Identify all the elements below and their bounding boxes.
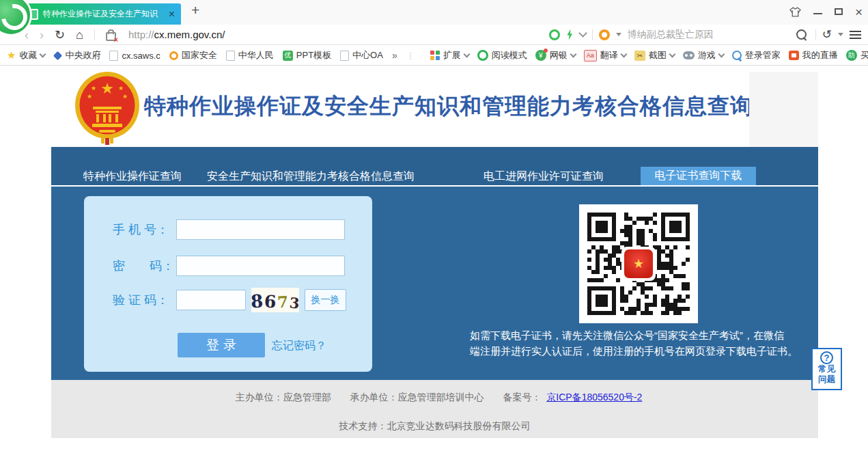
close-icon[interactable]: × xyxy=(855,5,863,18)
tool-label: 买单助手 xyxy=(860,49,868,62)
password-input[interactable] xyxy=(176,256,345,276)
extensions-icon xyxy=(430,51,440,60)
svg-text:★: ★ xyxy=(118,85,124,92)
insecure-lock-icon[interactable] xyxy=(106,32,116,41)
svg-text:★: ★ xyxy=(91,85,96,92)
skin-theme-icon[interactable] xyxy=(789,7,801,17)
bookmark-center-oa[interactable]: 中心OA xyxy=(340,49,383,62)
svg-text:★: ★ xyxy=(122,93,128,100)
star-icon: ★ xyxy=(7,49,16,62)
tool-pay-assistant[interactable]: 助 买单助手 xyxy=(846,49,868,62)
svg-text:★: ★ xyxy=(87,93,92,100)
tool-label: 我的直播 xyxy=(802,49,838,62)
ad-filter-icon[interactable] xyxy=(549,29,560,40)
forgot-password-link[interactable]: 忘记密码？ xyxy=(272,339,326,353)
refresh-captcha-button[interactable]: 换一换 xyxy=(305,289,346,311)
nav-buttons: ‹ › ↻ ⌂ http://cx.mem.gov.cn/ xyxy=(0,29,225,41)
minimize-icon[interactable] xyxy=(813,9,822,14)
maximize-icon[interactable] xyxy=(835,8,843,15)
search-engine-logo-icon[interactable] xyxy=(599,29,610,40)
phone-input[interactable] xyxy=(176,219,345,240)
tool-label: 游戏 xyxy=(698,49,716,62)
search-suggestion[interactable]: 博纳副总裁坠亡原因 xyxy=(628,29,790,41)
main-nav: 特种作业操作证查询 安全生产知识和管理能力考核合格信息查询 电工进网作业许可证查… xyxy=(51,147,818,187)
nav-tab-ecert-download[interactable]: 电子证书查询下载 xyxy=(641,167,756,185)
url-field[interactable]: http://cx.mem.gov.cn/ xyxy=(128,29,225,40)
captcha-image[interactable]: 8 6 7 3 xyxy=(251,288,299,312)
site-header: ★ ★ ★ ★ ★ 特种作业操作证及安全生产知识和管理能力考核合格信息查询平台 xyxy=(0,66,868,147)
qr-center-logo: ★ xyxy=(621,247,656,281)
tool-netbank[interactable]: ¥ 网银 xyxy=(535,49,576,62)
footer-support: 技术支持：北京竞业达数码科技股份有限公司 xyxy=(51,420,818,433)
tool-games[interactable]: 游戏 xyxy=(683,49,724,62)
tool-reading-mode[interactable]: 阅读模式 xyxy=(477,49,527,62)
search-engine-caret-icon[interactable] xyxy=(616,33,621,36)
tab-title: 特种作业操作证及安全生产知识 xyxy=(43,8,165,20)
captcha-input[interactable] xyxy=(176,290,246,310)
captcha-digit: 7 xyxy=(277,294,289,310)
drag-dots-icon: ⋮ xyxy=(406,51,415,61)
tool-label: 网银 xyxy=(550,49,568,62)
page-title: 特种作业操作证及安全生产知识和管理能力考核合格信息查询平台 xyxy=(144,66,798,147)
faq-button[interactable]: ? 常见 问题 xyxy=(811,348,842,390)
main-section: 手 机 号： 密 码： 验 证 码： 8 6 7 3 换一换 xyxy=(51,187,818,380)
search-icon[interactable] xyxy=(796,29,807,40)
refresh-icon[interactable]: ↻ xyxy=(55,29,65,41)
bookmark-ppt-template[interactable]: 优 PPT模板 xyxy=(283,49,331,62)
screenshot-icon: ✂ xyxy=(634,51,645,61)
divider xyxy=(815,29,816,40)
menu-icon[interactable] xyxy=(850,31,861,32)
page-icon xyxy=(226,51,235,61)
reopen-caret-icon[interactable] xyxy=(838,33,843,36)
back-icon[interactable]: ‹ xyxy=(25,29,29,41)
tool-label: 翻译 xyxy=(600,49,618,62)
reopen-closed-tab-icon[interactable]: ↺ xyxy=(822,27,832,42)
bookmark-label: 收藏 xyxy=(19,49,37,62)
bookmarks-overflow-icon[interactable]: » xyxy=(392,50,397,61)
tool-label: 阅读模式 xyxy=(492,49,527,62)
page-icon xyxy=(340,51,349,61)
browser-tab[interactable]: 特种作业操作证及安全生产知识 × xyxy=(23,3,181,25)
bank-shield-icon: ¥ xyxy=(535,50,546,61)
tool-screenshot[interactable]: ✂ 截图 xyxy=(634,49,675,62)
question-circle-icon: ? xyxy=(820,351,833,364)
nav-tab-safety-knowledge[interactable]: 安全生产知识和管理能力考核合格信息查询 xyxy=(207,169,415,183)
tab-close-icon[interactable]: × xyxy=(169,9,175,20)
tool-my-live[interactable]: 我的直播 xyxy=(789,49,838,62)
tool-extensions[interactable]: 扩展 xyxy=(430,49,469,62)
live-tv-icon xyxy=(789,51,799,60)
bookmark-central-gov[interactable]: 中央政府 xyxy=(54,49,100,62)
tool-label: 登录管家 xyxy=(745,49,781,62)
captcha-digit: 8 xyxy=(250,292,264,310)
nav-tab-electrician-permit[interactable]: 电工进网作业许可证查询 xyxy=(484,169,604,183)
bookmark-national-safety[interactable]: 国家安全 xyxy=(169,49,217,62)
wechat-qr-code: ★ xyxy=(579,204,698,323)
tool-login-manager[interactable]: 登录管家 xyxy=(732,49,781,62)
login-button[interactable]: 登录 xyxy=(178,333,265,357)
tool-translate[interactable]: Aa 翻译 xyxy=(584,49,626,62)
footer-organizer: 承办单位：应急管理部培训中心 xyxy=(350,392,484,403)
page-doc-icon xyxy=(29,9,38,20)
speed-mode-icon[interactable] xyxy=(566,29,574,40)
chevron-down-icon[interactable] xyxy=(578,29,587,38)
icp-license-link[interactable]: 京ICP备18056520号-2 xyxy=(546,392,642,403)
chevron-down-icon xyxy=(620,51,627,57)
tool-label: 截图 xyxy=(649,49,667,62)
forward-icon[interactable]: › xyxy=(40,29,44,41)
bookmark-label: cx.saws.c xyxy=(122,51,160,61)
bookmark-prc[interactable]: 中华人民 xyxy=(226,49,274,62)
captcha-digit: 3 xyxy=(290,295,300,310)
login-manager-icon xyxy=(732,51,742,60)
home-icon[interactable]: ⌂ xyxy=(76,29,83,41)
bookmark-favorites[interactable]: ★ 收藏 xyxy=(7,49,45,62)
download-instructions: 如需下载电子证书，请先关注微信公众号“国家安全生产考试”，在微信 端注册并进行实… xyxy=(470,327,863,359)
divider xyxy=(592,29,593,40)
captcha-row: 验 证 码： 8 6 7 3 换一换 xyxy=(113,288,346,312)
new-tab-button[interactable]: + xyxy=(191,2,199,18)
phone-row: 手 机 号： xyxy=(113,217,345,242)
addressbar: ‹ › ↻ ⌂ http://cx.mem.gov.cn/ 博纳副总裁坠亡原因 … xyxy=(0,25,868,45)
pay-assistant-icon: 助 xyxy=(846,50,857,61)
password-label: 密 码： xyxy=(113,258,176,274)
nav-tab-special-operation[interactable]: 特种作业操作证查询 xyxy=(83,169,182,183)
bookmark-cx-saws[interactable]: cx.saws.c xyxy=(109,51,160,61)
